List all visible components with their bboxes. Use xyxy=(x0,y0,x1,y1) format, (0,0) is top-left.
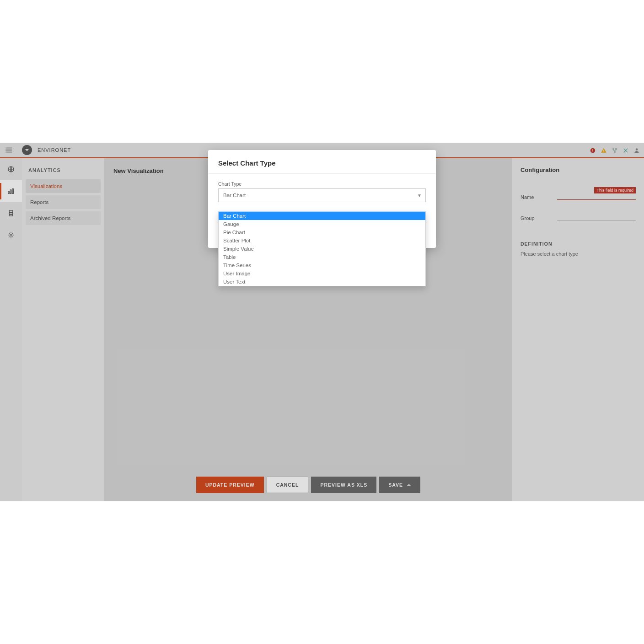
svg-rect-5 xyxy=(592,149,593,151)
app-logo[interactable] xyxy=(22,145,32,155)
svg-rect-7 xyxy=(603,150,604,151)
dropdown-option[interactable]: Gauge xyxy=(219,220,425,228)
group-input[interactable] xyxy=(557,211,636,221)
dropdown-option[interactable]: Scatter Plot xyxy=(219,236,425,245)
update-preview-button[interactable]: UPDATE PREVIEW xyxy=(196,477,264,493)
rail-item-analytics[interactable] xyxy=(0,180,22,202)
svg-rect-14 xyxy=(8,191,9,193)
dropdown-option[interactable]: Simple Value xyxy=(219,245,425,253)
action-button-row: UPDATE PREVIEW CANCEL PREVIEW AS XLS SAV… xyxy=(104,477,512,493)
svg-rect-10 xyxy=(615,148,617,150)
sidebar-item-archived-reports[interactable]: Archived Reports xyxy=(26,211,101,225)
preview-as-xls-button[interactable]: PREVIEW AS XLS xyxy=(311,477,376,493)
definition-header: DEFINITION xyxy=(521,241,636,247)
dropdown-option[interactable]: Time Series xyxy=(219,261,425,269)
svg-rect-6 xyxy=(592,151,593,152)
select-value: Bar Chart xyxy=(223,193,246,198)
app-title: ENVIRONET xyxy=(38,147,71,153)
icon-rail xyxy=(0,158,22,501)
hamburger-icon[interactable] xyxy=(0,142,17,158)
required-badge: This field is required xyxy=(594,187,636,193)
button-label: SAVE xyxy=(388,482,403,488)
dropdown-option[interactable]: Table xyxy=(219,253,425,261)
svg-rect-8 xyxy=(603,151,604,152)
chart-type-select[interactable]: Bar Chart ▼ xyxy=(218,188,426,202)
button-label: PREVIEW AS XLS xyxy=(320,482,367,488)
dropdown-option[interactable]: Pie Chart xyxy=(219,228,425,236)
rail-item-server[interactable] xyxy=(0,202,22,224)
dropdown-option[interactable]: User Image xyxy=(219,269,425,278)
svg-rect-9 xyxy=(612,148,614,150)
svg-point-12 xyxy=(636,148,638,150)
field-row-group: Group xyxy=(521,211,636,221)
svg-rect-16 xyxy=(12,189,13,194)
svg-point-20 xyxy=(10,234,12,236)
chevron-down-icon: ▼ xyxy=(417,193,422,198)
analytics-sidebar: ANALYTICS Visualizations Reports Archive… xyxy=(22,158,104,501)
select-chart-type-modal: Select Chart Type Chart Type Bar Chart ▼… xyxy=(208,150,436,248)
user-profile-icon[interactable] xyxy=(633,147,640,154)
cancel-button[interactable]: CANCEL xyxy=(267,477,309,493)
rail-item-globe[interactable] xyxy=(0,158,22,180)
name-label: Name xyxy=(521,194,557,200)
button-label: UPDATE PREVIEW xyxy=(205,482,255,488)
configuration-title: Configuration xyxy=(521,166,636,173)
alert-error-icon[interactable] xyxy=(589,147,596,154)
alert-warning-icon[interactable] xyxy=(600,147,607,154)
sidebar-item-label: Visualizations xyxy=(30,183,62,189)
sidebar-item-label: Archived Reports xyxy=(30,215,70,221)
chart-type-label: Chart Type xyxy=(218,181,426,187)
caret-up-icon xyxy=(407,484,411,486)
dropdown-option[interactable]: Bar Chart xyxy=(219,212,425,220)
definition-text: Please select a chart type xyxy=(521,251,636,257)
chart-type-dropdown: Bar ChartGaugePie ChartScatter PlotSimpl… xyxy=(218,211,426,286)
dropdown-option[interactable]: User Text xyxy=(219,278,425,286)
svg-rect-18 xyxy=(9,213,13,215)
svg-rect-19 xyxy=(9,215,13,216)
sidebar-item-label: Reports xyxy=(30,199,48,205)
svg-rect-15 xyxy=(11,190,11,193)
sidebar-item-visualizations[interactable]: Visualizations xyxy=(26,179,101,193)
svg-rect-11 xyxy=(614,151,616,153)
tools-icon[interactable] xyxy=(622,147,629,154)
button-label: CANCEL xyxy=(276,482,299,488)
configuration-panel: Configuration Name This field is require… xyxy=(512,158,644,501)
modal-title: Select Chart Type xyxy=(218,159,426,167)
save-button[interactable]: SAVE xyxy=(379,477,420,493)
network-icon[interactable] xyxy=(611,147,618,154)
field-row-name: Name This field is required xyxy=(521,190,636,200)
svg-rect-17 xyxy=(9,210,13,212)
sidebar-header: ANALYTICS xyxy=(25,163,102,179)
rail-item-settings[interactable] xyxy=(0,224,22,246)
sidebar-item-reports[interactable]: Reports xyxy=(26,195,101,209)
group-label: Group xyxy=(521,215,557,221)
